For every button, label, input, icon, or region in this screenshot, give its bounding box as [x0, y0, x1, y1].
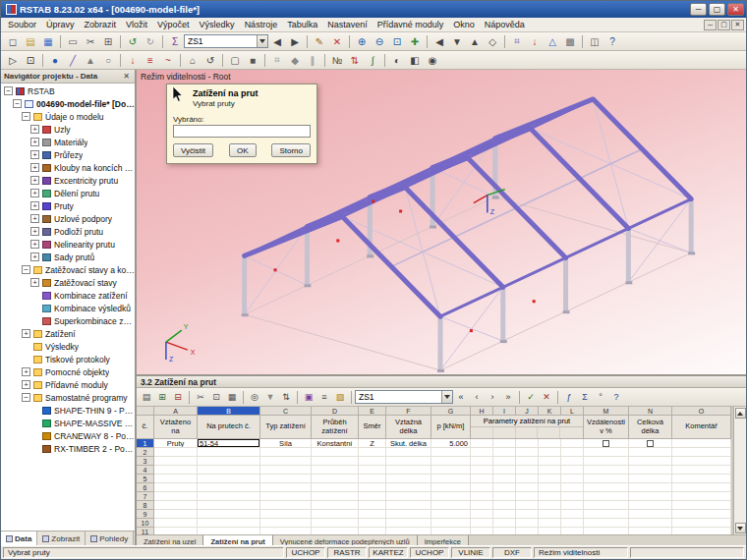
cell-L-10[interactable] — [561, 519, 584, 528]
cell-H-9[interactable] — [471, 510, 493, 519]
cell-K-1[interactable] — [539, 439, 561, 448]
cell-D-4[interactable] — [312, 466, 359, 475]
cell-F-11[interactable] — [386, 528, 431, 534]
cell-I-9[interactable] — [493, 510, 516, 519]
cell-N-2[interactable] — [629, 448, 672, 457]
cell-G-5[interactable] — [431, 475, 471, 483]
cell-D-2[interactable] — [312, 448, 359, 457]
row-number[interactable]: 9 — [137, 510, 154, 519]
cell-B-4[interactable] — [198, 466, 260, 475]
mdi-close-button[interactable]: ✕ — [731, 20, 744, 30]
cell-A-11[interactable] — [154, 528, 198, 534]
view-z-icon[interactable]: ▲ — [466, 33, 484, 49]
menu-item-9[interactable]: Přídavné moduly — [373, 19, 449, 30]
cell-N-5[interactable] — [629, 475, 672, 483]
cell-O-2[interactable] — [672, 448, 731, 457]
tree-item[interactable]: −Samostatné programy — [1, 391, 135, 404]
cell-N-7[interactable] — [629, 492, 672, 501]
menu-item-3[interactable]: Vložit — [121, 19, 152, 30]
column-letter-E[interactable]: E — [359, 407, 386, 416]
cell-E-8[interactable] — [359, 501, 386, 510]
first-row-icon[interactable]: « — [453, 390, 469, 405]
cell-J-4[interactable] — [516, 466, 539, 475]
edit-icon[interactable]: ✎ — [311, 33, 328, 49]
cell-B-2[interactable] — [198, 448, 260, 457]
cell-B-10[interactable] — [198, 519, 260, 528]
cell-K-5[interactable] — [539, 475, 561, 483]
tree-item[interactable]: +Zatížení — [1, 327, 135, 340]
cell-N-3[interactable] — [629, 457, 672, 466]
navigator-tab-zobrazit[interactable]: Zobrazit — [37, 532, 86, 545]
maximize-button[interactable]: ▢ — [709, 3, 725, 16]
table-copy-icon[interactable]: ⊡ — [208, 390, 224, 405]
column-letter-N[interactable]: N — [629, 407, 672, 416]
collapse-icon[interactable]: − — [22, 393, 30, 402]
cell-B-7[interactable] — [198, 492, 260, 501]
cell-M-3[interactable] — [584, 457, 629, 466]
cell-M-4[interactable] — [584, 466, 629, 475]
cell-M-10[interactable] — [584, 519, 629, 528]
cell-B-3[interactable] — [198, 457, 260, 466]
cell-F-10[interactable] — [386, 519, 431, 528]
load-case-combo[interactable]: ZS1 — [184, 34, 268, 48]
cell-K-7[interactable] — [539, 492, 561, 501]
column-letter-D[interactable]: D — [312, 407, 359, 416]
expand-icon[interactable]: + — [30, 278, 39, 287]
table-insert-row-icon[interactable]: ⊞ — [154, 390, 170, 405]
view-y-icon[interactable]: ▼ — [448, 33, 466, 49]
cell-E-10[interactable] — [359, 519, 386, 528]
cell-A-3[interactable] — [154, 457, 198, 466]
tree-item[interactable]: +Zatěžovací stavy — [1, 276, 135, 289]
table-load-case-combo[interactable]: ZS1 — [355, 390, 453, 404]
cell-O-11[interactable] — [672, 528, 731, 534]
cell-A-1[interactable]: Pruty — [154, 439, 198, 448]
split-view-icon[interactable]: ◫ — [586, 33, 603, 49]
table-function-icon[interactable]: ƒ — [561, 390, 577, 405]
new-node-icon[interactable]: ● — [46, 52, 64, 68]
cell-G-1[interactable]: 5.000 — [431, 439, 471, 448]
cell-J-11[interactable] — [516, 528, 539, 534]
cell-L-6[interactable] — [561, 483, 584, 492]
cell-C-3[interactable] — [260, 457, 312, 466]
last-row-icon[interactable]: » — [500, 390, 516, 405]
cell-F-3[interactable] — [386, 457, 431, 466]
select-rect-icon[interactable]: ⊡ — [22, 52, 39, 68]
cell-K-4[interactable] — [539, 466, 561, 475]
cell-E-2[interactable] — [359, 448, 386, 457]
cell-H-1[interactable] — [471, 439, 493, 448]
camera-view-icon[interactable]: ◉ — [424, 52, 441, 68]
menu-item-10[interactable]: Okno — [448, 19, 480, 30]
pointer-icon[interactable]: ▷ — [4, 52, 22, 68]
cell-O-7[interactable] — [672, 492, 731, 501]
cell-K-8[interactable] — [539, 501, 561, 510]
cell-A-5[interactable] — [154, 475, 198, 483]
cell-K-11[interactable] — [539, 528, 561, 534]
cell-G-4[interactable] — [431, 466, 471, 475]
cell-B-6[interactable] — [198, 483, 260, 492]
tree-item[interactable]: Kombinace výsledků — [1, 302, 135, 314]
cell-C-10[interactable] — [260, 519, 312, 528]
tree-item[interactable]: RX-TIMBER 2 - Posouzení dřevěných... — [1, 442, 135, 455]
tree-item[interactable]: +Nelinearity prutu — [1, 238, 135, 251]
cell-O-10[interactable] — [672, 519, 731, 528]
cell-J-9[interactable] — [516, 510, 539, 519]
cell-F-9[interactable] — [386, 510, 431, 519]
collapse-icon[interactable]: − — [4, 86, 13, 95]
row-number[interactable]: 11 — [137, 528, 154, 534]
ok-button[interactable]: OK — [229, 143, 257, 157]
cell-I-3[interactable] — [493, 457, 516, 466]
status-snap-dxf[interactable]: DXF — [492, 547, 532, 558]
column-letter-M[interactable]: M — [584, 407, 629, 416]
cell-M-11[interactable] — [584, 528, 629, 534]
table-find-icon[interactable]: ◎ — [247, 390, 262, 405]
clear-button[interactable]: Vyčistit — [173, 143, 213, 157]
cell-I-6[interactable] — [493, 483, 516, 492]
cell-C-8[interactable] — [260, 501, 312, 510]
column-letter-L[interactable]: L — [561, 407, 584, 416]
wireframe-mode-icon[interactable]: ▢ — [226, 52, 244, 68]
column-letter-G[interactable]: G — [431, 407, 471, 416]
cell-G-2[interactable] — [431, 448, 471, 457]
row-number[interactable]: 10 — [137, 519, 154, 528]
print-icon[interactable]: ▭ — [64, 33, 82, 49]
cell-J-5[interactable] — [516, 475, 539, 483]
